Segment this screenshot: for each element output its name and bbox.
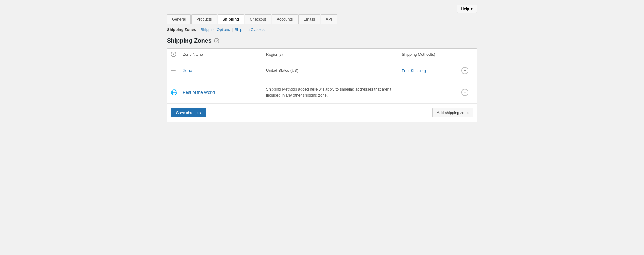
zone-link[interactable]: Zone (183, 68, 192, 73)
tab-checkout[interactable]: Checkout (245, 14, 271, 24)
table-header-help: ? (171, 52, 183, 57)
sub-nav-sep-1: | (198, 27, 199, 32)
add-method-button-zone[interactable]: + (461, 67, 468, 74)
chevron-down-icon: ▼ (470, 7, 473, 10)
col-shipping-methods: Shipping Method(s) (402, 52, 461, 57)
section-title: Shipping Zones (167, 37, 212, 44)
tab-products[interactable]: Products (191, 14, 217, 24)
add-method-button-world[interactable]: + (461, 89, 468, 96)
sub-nav-shipping-classes[interactable]: Shipping Classes (235, 27, 264, 32)
tab-general[interactable]: General (167, 14, 191, 24)
free-shipping-link[interactable]: Free Shipping (402, 69, 426, 73)
tab-accounts[interactable]: Accounts (272, 14, 298, 24)
sub-nav-sep-2: | (232, 27, 233, 32)
header-help-icon[interactable]: ? (171, 52, 176, 57)
table-header: ? Zone Name Region(s) Shipping Method(s) (167, 49, 477, 60)
globe-icon: 🌐 (171, 89, 177, 95)
col-zone-name: Zone Name (183, 52, 266, 57)
table-row: Zone United States (US) Free Shipping + (167, 60, 477, 81)
section-heading: Shipping Zones ? (167, 37, 477, 44)
tabs-bar: General Products Shipping Checkout Accou… (167, 14, 477, 24)
drag-handle[interactable] (171, 69, 183, 72)
table-footer: Save changes Add shipping zone (167, 104, 477, 122)
rest-of-world-link[interactable]: Rest of the World (183, 90, 215, 95)
section-help-icon[interactable]: ? (214, 38, 219, 43)
rest-of-world-region: Shipping Methods added here will apply t… (266, 87, 391, 97)
sub-nav: Shipping Zones | Shipping Options | Ship… (167, 27, 477, 32)
help-button[interactable]: Help ▼ (457, 5, 477, 13)
col-regions: Region(s) (266, 52, 402, 57)
no-shipping-method: – (402, 90, 404, 95)
zones-table: ? Zone Name Region(s) Shipping Method(s)… (167, 48, 477, 122)
save-changes-button[interactable]: Save changes (171, 108, 206, 117)
tab-api[interactable]: API (321, 14, 337, 24)
sub-nav-shipping-options[interactable]: Shipping Options (201, 27, 230, 32)
table-row: 🌐 Rest of the World Shipping Methods add… (167, 81, 477, 104)
tab-shipping[interactable]: Shipping (218, 14, 244, 24)
sub-nav-shipping-zones: Shipping Zones (167, 27, 196, 32)
help-button-label: Help (461, 7, 469, 11)
zone-region: United States (US) (266, 68, 298, 73)
tab-emails[interactable]: Emails (298, 14, 320, 24)
add-shipping-zone-button[interactable]: Add shipping zone (432, 108, 473, 117)
